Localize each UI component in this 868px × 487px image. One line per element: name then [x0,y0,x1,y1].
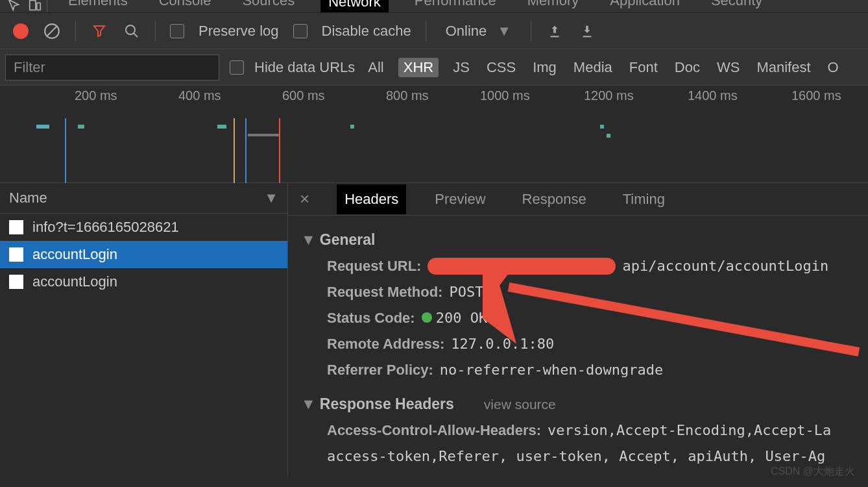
filter-xhr[interactable]: XHR [398,58,439,77]
tab-response[interactable]: Response [514,184,594,214]
preserve-log-label: Preserve log [199,23,279,40]
name-column-header: Name [9,190,47,206]
timeline[interactable]: 200 ms 400 ms 600 ms 800 ms 1000 ms 1200… [0,86,868,183]
filter-other[interactable]: O [825,58,841,77]
hide-data-urls-label: Hide data URLs [254,59,355,76]
filter-manifest[interactable]: Manifest [754,58,813,77]
tab-memory[interactable]: Memory [522,0,584,13]
throttle-value: Online [446,23,487,40]
sort-icon[interactable]: ▼ [264,190,278,206]
chevron-down-icon: ▼ [301,395,316,413]
clear-icon[interactable] [43,22,61,40]
view-source-link[interactable]: view source [484,397,556,412]
request-row[interactable]: info?t=1666165028621 [0,214,287,241]
disable-cache-checkbox[interactable] [293,24,307,38]
tab-sources[interactable]: Sources [237,0,300,13]
request-row[interactable]: accountLogin [0,268,287,295]
svg-line-3 [47,26,56,36]
details-panel: × Headers Preview Response Timing ▼ Gene… [288,183,868,477]
request-name: accountLogin [32,246,117,263]
row-checkbox[interactable] [9,247,23,262]
request-name: accountLogin [32,273,117,290]
network-toolbar: Preserve log Disable cache Online ▼ [0,13,868,49]
svg-point-4 [126,25,135,34]
row-checkbox[interactable] [9,275,23,289]
request-method-value: POST [449,284,483,301]
referrer-policy-label: Referrer Policy: [327,362,433,379]
list-header[interactable]: Name ▼ [0,183,287,214]
timeline-tick: 1200 ms [584,88,634,103]
tab-elements[interactable]: Elements [63,0,133,13]
request-url-value: api/account/accountLogin [622,258,828,275]
request-method-label: Request Method: [327,284,442,301]
timeline-tick: 200 ms [75,88,117,103]
general-section[interactable]: ▼ General [301,231,855,249]
filter-ws[interactable]: WS [714,58,742,77]
filter-input[interactable] [5,55,219,81]
disable-cache-label: Disable cache [322,23,411,40]
response-headers-section[interactable]: ▼ Response Headers view source [301,395,855,413]
acah-line2: access-token,Referer, user-token, Accept… [327,448,825,464]
status-code-label: Status Code: [327,310,415,327]
timeline-tick: 800 ms [386,88,429,103]
search-icon[interactable] [123,22,141,40]
tab-performance[interactable]: Performance [409,0,501,13]
download-icon[interactable] [578,22,596,40]
svg-line-5 [134,33,138,37]
filter-doc[interactable]: Doc [672,58,703,77]
tab-network[interactable]: Network [320,0,389,13]
close-icon[interactable]: × [293,189,316,209]
filter-all[interactable]: All [365,58,386,77]
timeline-tick: 600 ms [282,88,325,103]
hide-data-urls-checkbox[interactable] [230,60,244,75]
device-icon[interactable] [26,0,44,13]
inspect-icon[interactable] [5,0,23,13]
tab-console[interactable]: Console [154,0,217,13]
tab-timing[interactable]: Timing [615,184,673,214]
request-url-label: Request URL: [327,258,421,275]
tab-headers[interactable]: Headers [337,184,406,214]
acah-value: version,Accept-Encoding,Accept-La [548,422,831,439]
request-row[interactable]: accountLogin [0,241,287,268]
filter-bar: Hide data URLs All XHR JS CSS Img Media … [0,49,868,86]
filter-img[interactable]: Img [530,58,559,77]
record-button[interactable] [13,23,29,39]
remote-address-value: 127.0.0.1:80 [451,336,554,353]
chevron-down-icon: ▼ [497,23,511,40]
upload-icon[interactable] [546,22,564,40]
request-name: info?t=1666165028621 [32,219,179,236]
filter-font[interactable]: Font [627,58,660,77]
referrer-policy-value: no-referrer-when-downgrade [440,362,663,379]
filter-css[interactable]: CSS [484,58,518,77]
status-dot-icon [422,312,432,323]
response-headers-title: Response Headers [320,395,454,413]
devtools-tab-bar: Elements Console Sources Network Perform… [0,0,868,13]
tab-security[interactable]: Security [706,0,767,13]
redacted-url [428,258,616,275]
svg-rect-1 [37,3,41,10]
preserve-log-checkbox[interactable] [170,24,184,38]
general-title: General [320,231,376,249]
timeline-tick: 400 ms [178,88,221,103]
timeline-tick: 1000 ms [480,88,530,103]
remote-address-label: Remote Address: [327,336,444,353]
chevron-down-icon: ▼ [301,231,316,249]
svg-rect-0 [30,1,36,10]
tab-application[interactable]: Application [605,0,685,13]
row-checkbox[interactable] [9,220,23,234]
throttle-select[interactable]: Online ▼ [440,23,516,40]
timeline-tick: 1400 ms [688,88,738,103]
filter-js[interactable]: JS [450,58,472,77]
status-code-value: 200 OK [436,310,487,326]
tab-preview[interactable]: Preview [427,184,493,214]
watermark: CSDN @大炮走火 [771,465,855,477]
filter-media[interactable]: Media [571,58,615,77]
timeline-tick: 1600 ms [791,88,841,103]
filter-icon[interactable] [90,22,108,40]
request-list: Name ▼ info?t=1666165028621accountLogina… [0,183,288,477]
acah-label: Access-Control-Allow-Headers: [327,422,541,439]
